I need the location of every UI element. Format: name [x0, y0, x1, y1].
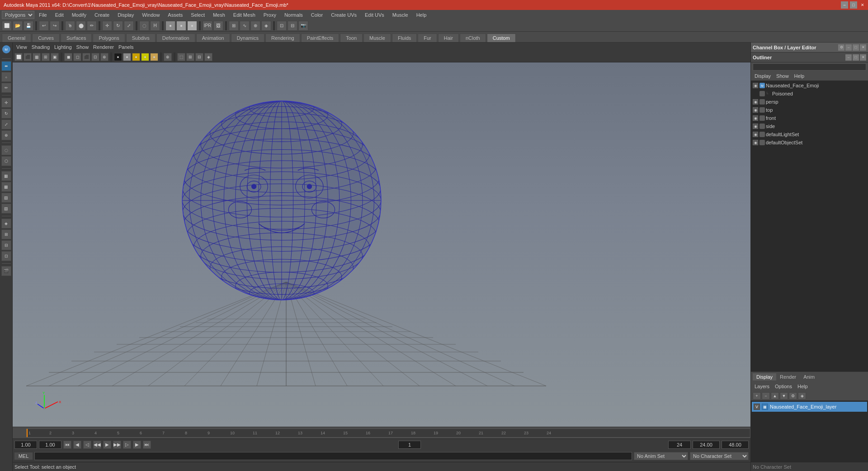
layer-new-btn[interactable]: +	[753, 392, 761, 400]
layer-menu-help[interactable]: Help	[796, 383, 810, 390]
menu-editmesh[interactable]: Edit Mesh	[230, 11, 259, 19]
left-paint[interactable]: ✏	[1, 83, 11, 93]
panel-btn-settings[interactable]: ⚙	[838, 44, 844, 51]
tb-camera[interactable]: 📷	[298, 21, 308, 31]
left-sculpt[interactable]: ⬡	[1, 156, 11, 166]
tb-soft[interactable]: ◌	[139, 21, 149, 31]
tb-move[interactable]: ✛	[102, 21, 112, 31]
current-frame-input[interactable]	[398, 441, 421, 449]
left-obj4[interactable]: ▧	[1, 204, 11, 214]
left-snap1[interactable]: ◈	[1, 219, 11, 228]
left-select[interactable]: ⬌	[1, 61, 11, 71]
left-render[interactable]: 🎬	[1, 266, 11, 276]
tab-ncloth[interactable]: nCloth	[460, 33, 486, 42]
outliner-menu-help[interactable]: Help	[793, 72, 807, 80]
total-frames-input[interactable]	[722, 441, 749, 449]
layer-menu-layers[interactable]: Layers	[753, 383, 771, 390]
vp-tb3[interactable]: ▦	[33, 53, 41, 61]
menu-file[interactable]: File	[35, 11, 51, 19]
playback-start-input[interactable]	[39, 441, 61, 449]
left-lasso[interactable]: ⬦	[1, 72, 11, 82]
vp-tb7[interactable]: ◻	[73, 53, 81, 61]
tb-icons2[interactable]: ⊟	[288, 21, 297, 31]
layer-tab-display[interactable]: Display	[753, 373, 776, 381]
timeline-bar[interactable]: 1 2 3 4 5 6 7 8 9 10 11 12 13 14 15 16 1	[26, 428, 750, 438]
start-time-input[interactable]	[14, 441, 37, 449]
outliner-search[interactable]	[753, 63, 866, 71]
layer-tab-render[interactable]: Render	[776, 373, 800, 381]
timeline-row[interactable]: 1 2 3 4 5 6 7 8 9 10 11 12 13 14 15 16 1	[13, 427, 750, 438]
tab-painteffects[interactable]: PaintEffects	[301, 33, 340, 42]
tab-fur[interactable]: Fur	[418, 33, 437, 42]
tb-scale[interactable]: ⤢	[124, 21, 134, 31]
outliner-item-objectset[interactable]: ◉ defaultObjectSet	[751, 138, 868, 147]
menu-edituvs[interactable]: Edit UVs	[361, 11, 388, 19]
layer-vis-emoji[interactable]: V	[754, 404, 760, 410]
layer-select-btn[interactable]: ◈	[798, 392, 806, 400]
outliner-item-persp[interactable]: ◉ persp	[751, 98, 868, 106]
tab-subdivs[interactable]: Subdivs	[126, 33, 156, 42]
play-audio-button[interactable]: ▶▶	[113, 441, 121, 449]
layer-options-btn[interactable]: ⚙	[789, 392, 797, 400]
outliner-btn-minimize[interactable]: –	[845, 54, 852, 61]
vp-light2[interactable]: ●	[123, 53, 131, 61]
minimize-button[interactable]: –	[841, 1, 848, 9]
vp-tb8[interactable]: ⬛	[82, 53, 90, 61]
tb-select[interactable]: 🖱	[65, 21, 75, 31]
tb-ipr[interactable]: IPR	[203, 21, 212, 31]
tab-muscle[interactable]: Muscle	[363, 33, 391, 42]
outliner-item-lightset[interactable]: ◉ defaultLightSet	[751, 130, 868, 138]
prev-key-button[interactable]: ◁	[83, 441, 91, 449]
left-snap2[interactable]: ⊞	[1, 229, 11, 239]
vp-tb6[interactable]: ◼	[64, 53, 72, 61]
tb-new[interactable]: ⬜	[2, 21, 12, 31]
step-forward-button[interactable]: ▶	[133, 441, 141, 449]
maximize-button[interactable]: □	[850, 1, 857, 9]
viewport-menu-lighting[interactable]: Lighting	[52, 43, 74, 51]
menu-proxy[interactable]: Proxy	[260, 11, 280, 19]
vp-tb1[interactable]: ⬜	[14, 53, 23, 61]
vp-light3[interactable]: ●	[132, 53, 140, 61]
tab-surfaces[interactable]: Surfaces	[61, 33, 92, 42]
next-key-button[interactable]: ▷	[123, 441, 131, 449]
left-snap3[interactable]: ⊟	[1, 240, 11, 250]
menu-display[interactable]: Display	[114, 11, 137, 19]
tb-render2[interactable]: ●	[176, 21, 186, 31]
vp-tb12[interactable]: ⬚	[177, 53, 185, 61]
menu-edit[interactable]: Edit	[52, 11, 67, 19]
left-move[interactable]: ✛	[1, 98, 11, 108]
mode-selector[interactable]: Polygons	[2, 11, 34, 19]
tb-icons[interactable]: ⊡	[277, 21, 287, 31]
left-universal[interactable]: ⊕	[1, 130, 11, 140]
outliner-item-poisoned[interactable]: └ Poisoned	[751, 90, 868, 98]
menu-createuvs[interactable]: Create UVs	[327, 11, 360, 19]
vp-light1[interactable]: ●	[114, 53, 122, 61]
goto-end-button[interactable]: ⏭	[143, 441, 151, 449]
panel-btn-maximize[interactable]: □	[853, 44, 859, 51]
tb-undo[interactable]: ↩	[39, 21, 49, 31]
menu-help[interactable]: Help	[413, 11, 430, 19]
tb-history[interactable]: H	[150, 21, 160, 31]
layer-item-emoji[interactable]: V ▦ Nauseated_Face_Emoji_layer	[752, 402, 867, 412]
playback-end-input[interactable]	[693, 441, 720, 449]
tab-toon[interactable]: Toon	[340, 33, 363, 42]
tb-snap-grid[interactable]: ⊞	[229, 21, 239, 31]
goto-start-button[interactable]: ⏮	[63, 441, 71, 449]
polygon-mode-dropdown[interactable]: Polygons	[2, 11, 34, 19]
viewport-menu-show[interactable]: Show	[75, 43, 91, 51]
anim-set-selector[interactable]: No Anim Set	[634, 452, 688, 460]
left-snap4[interactable]: ⊡	[1, 251, 11, 261]
layer-tab-anim[interactable]: Anim	[800, 373, 818, 381]
tb-open[interactable]: 📂	[13, 21, 23, 31]
menu-modify[interactable]: Modify	[68, 11, 90, 19]
vp-light4[interactable]: ●	[141, 53, 149, 61]
tb-render1[interactable]: ●	[165, 21, 175, 31]
vp-tb11[interactable]: ⊕	[164, 53, 172, 61]
tab-curves[interactable]: Curves	[32, 33, 60, 42]
step-back-button[interactable]: ◀	[73, 441, 81, 449]
tb-snap-curve[interactable]: ∿	[240, 21, 250, 31]
tb-rotate[interactable]: ↻	[113, 21, 123, 31]
menu-normals[interactable]: Normals	[281, 11, 307, 19]
left-obj2[interactable]: ▩	[1, 182, 11, 192]
outliner-item-emoji[interactable]: ◉ M Nauseated_Face_Emoji	[751, 81, 868, 90]
